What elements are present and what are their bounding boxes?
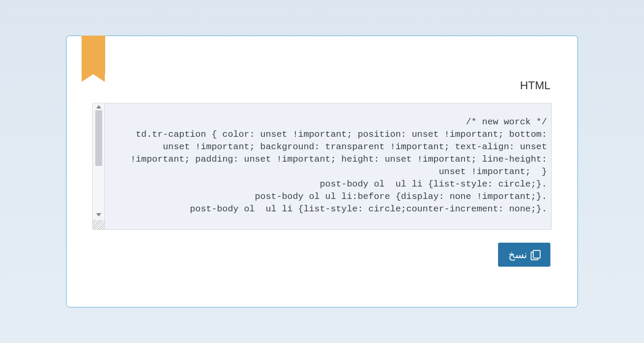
scrollbar-track (93, 103, 105, 229)
copy-icon (531, 250, 540, 259)
resize-grip-icon[interactable] (93, 220, 105, 229)
code-content[interactable]: /* new worck */ td.tr-caption { color: u… (105, 103, 551, 229)
scroll-down-icon[interactable] (96, 213, 101, 217)
bookmark-ribbon (82, 36, 105, 74)
code-textarea[interactable]: /* new worck */ td.tr-caption { color: u… (92, 103, 552, 230)
scroll-up-icon[interactable] (96, 105, 101, 108)
code-card: HTML /* new worck */ td.tr-caption { col… (66, 36, 578, 307)
scrollbar-thumb[interactable] (95, 110, 102, 166)
section-label: HTML (92, 79, 550, 92)
copy-button[interactable]: نسخ (498, 243, 550, 267)
copy-button-label: نسخ (508, 249, 527, 261)
